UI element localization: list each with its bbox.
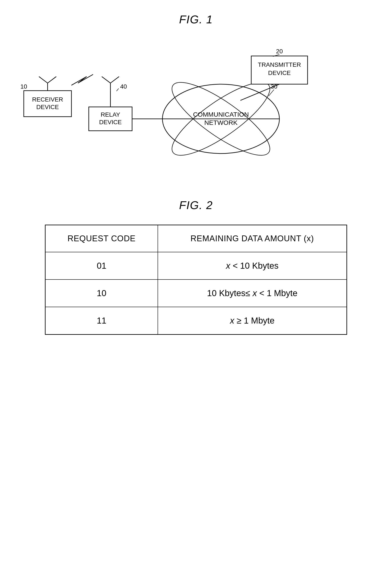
fig1-diagram: RECEIVER DEVICE 10 40 RELAY DEVICE bbox=[17, 39, 375, 173]
condition-01: x < 10 Kbytes bbox=[158, 252, 347, 280]
table-row: 10 10 Kbytes≤ x < 1 Mbyte bbox=[45, 280, 347, 307]
fig2-table-container: REQUEST CODE REMAINING DATA AMOUNT (x) 0… bbox=[45, 225, 347, 335]
svg-text:10: 10 bbox=[20, 83, 27, 90]
fig1-title-text: FIG. 1 bbox=[17, 13, 375, 26]
svg-line-7 bbox=[71, 77, 87, 85]
svg-text:NETWORK: NETWORK bbox=[204, 119, 238, 126]
svg-line-12 bbox=[111, 77, 119, 83]
svg-text:RELAY: RELAY bbox=[101, 111, 120, 118]
page: FIG. 1 RECEIVER DEVICE 10 40 bbox=[0, 0, 392, 578]
svg-text:DEVICE: DEVICE bbox=[268, 70, 291, 76]
table-row: 01 x < 10 Kbytes bbox=[45, 252, 347, 280]
table-row: 11 x ≥ 1 Mbyte bbox=[45, 307, 347, 335]
condition-10: 10 Kbytes≤ x < 1 Mbyte bbox=[158, 280, 347, 307]
svg-text:DEVICE: DEVICE bbox=[36, 104, 59, 110]
code-11: 11 bbox=[45, 307, 158, 335]
code-01: 01 bbox=[45, 252, 158, 280]
svg-line-14 bbox=[117, 89, 119, 91]
svg-line-5 bbox=[39, 77, 47, 83]
svg-text:COMMUNICATION: COMMUNICATION bbox=[193, 111, 249, 118]
svg-text:20: 20 bbox=[276, 48, 283, 55]
svg-line-6 bbox=[48, 77, 56, 83]
col1-header: REQUEST CODE bbox=[45, 225, 158, 252]
condition-11: x ≥ 1 Mbyte bbox=[158, 307, 347, 335]
fig2-table: REQUEST CODE REMAINING DATA AMOUNT (x) 0… bbox=[45, 225, 347, 335]
fig2-title-text: FIG. 2 bbox=[17, 199, 375, 212]
svg-text:RECEIVER: RECEIVER bbox=[32, 96, 63, 103]
svg-text:TRANSMITTER: TRANSMITTER bbox=[258, 61, 301, 68]
svg-text:40: 40 bbox=[120, 83, 127, 90]
code-10: 10 bbox=[45, 280, 158, 307]
svg-line-9 bbox=[78, 74, 93, 83]
svg-line-11 bbox=[102, 77, 110, 83]
col2-header: REMAINING DATA AMOUNT (x) bbox=[158, 225, 347, 252]
svg-text:DEVICE: DEVICE bbox=[99, 119, 122, 126]
